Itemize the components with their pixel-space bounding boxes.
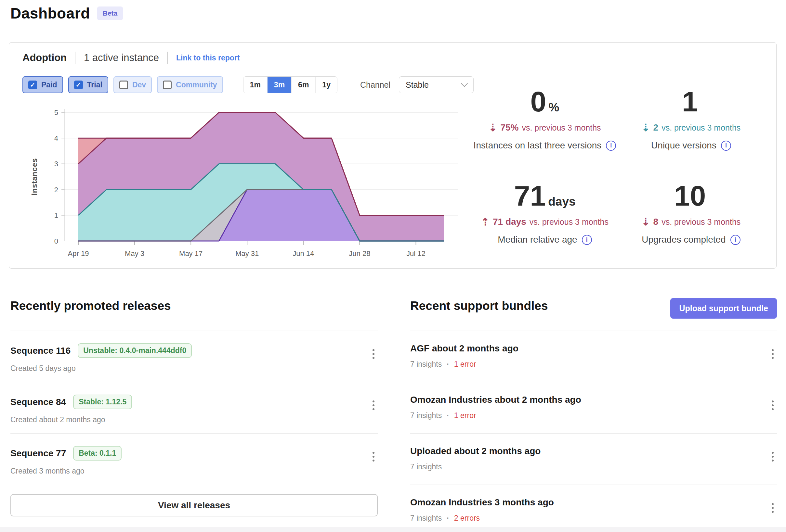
release-info: Sequence 77 Beta: 0.1.1 Created 3 months… bbox=[10, 446, 121, 476]
support-bundles-heading: Recent support bundles bbox=[410, 298, 548, 314]
svg-text:May 17: May 17 bbox=[179, 249, 203, 258]
release-version-badge: Unstable: 0.4.0-main.444ddf0 bbox=[78, 343, 192, 358]
release-info: Sequence 84 Stable: 1.12.5 Created about… bbox=[10, 395, 132, 424]
upload-support-bundle-button[interactable]: Upload support bundle bbox=[670, 298, 777, 319]
stat-label-row: Upgrades completed bbox=[618, 235, 764, 245]
beta-badge: Beta bbox=[97, 6, 123, 20]
release-title: Sequence 84 bbox=[10, 397, 66, 407]
time-range-label: 3m bbox=[274, 80, 285, 89]
stat-label: Instances on last three versions bbox=[473, 140, 602, 151]
release-row[interactable]: Sequence 84 Stable: 1.12.5 Created about… bbox=[10, 382, 378, 434]
kebab-menu-icon[interactable] bbox=[369, 398, 378, 413]
bundle-title-line: Uploaded about 2 months ago bbox=[410, 446, 540, 456]
checkbox-icon: ✓ bbox=[74, 80, 83, 89]
bundle-title: Omozan Industries about 2 months ago bbox=[410, 395, 581, 405]
page-header: Dashboard Beta bbox=[10, 4, 123, 22]
trend-delta: 2 bbox=[653, 122, 658, 133]
release-created-text: Created about 2 months ago bbox=[10, 415, 105, 424]
time-range-selector: 1m 3m 6m 1y bbox=[243, 76, 338, 93]
support-bundle-row[interactable]: Uploaded about 2 months ago 7 insights · bbox=[410, 434, 777, 485]
release-title-line: Sequence 116 Unstable: 0.4.0-main.444ddf… bbox=[10, 343, 192, 358]
svg-text:3: 3 bbox=[54, 160, 58, 168]
info-icon[interactable] bbox=[731, 235, 740, 245]
releases-section: Recently promoted releases Sequence 116 … bbox=[10, 298, 378, 516]
checkbox-icon bbox=[119, 80, 128, 89]
time-range-option[interactable]: 1m bbox=[244, 77, 268, 93]
bundle-error: 2 errors bbox=[454, 514, 480, 523]
license-filter-button[interactable]: ✓ Paid bbox=[22, 76, 63, 93]
stat-unit: days bbox=[548, 195, 575, 208]
release-created: Created about 2 months ago bbox=[10, 415, 132, 424]
meta-dot: · bbox=[447, 514, 449, 523]
adoption-stat: 0 % ⇣ 75% vs. previous 3 months Instance… bbox=[472, 87, 618, 151]
svg-text:2: 2 bbox=[54, 186, 58, 194]
license-filter-group: ✓ Paid ✓ Trial Dev Community bbox=[22, 76, 228, 93]
time-range-option[interactable]: 1y bbox=[316, 77, 337, 93]
meta-dot: · bbox=[447, 360, 449, 369]
support-bundles-section: Recent support bundles Upload support bu… bbox=[410, 298, 777, 532]
bundle-insights: 7 insights bbox=[410, 462, 442, 471]
trend-delta: 71 days bbox=[493, 217, 526, 227]
license-filter-label: Community bbox=[176, 80, 217, 89]
license-filter-button[interactable]: Community bbox=[157, 76, 223, 93]
release-title-line: Sequence 84 Stable: 1.12.5 bbox=[10, 395, 132, 409]
kebab-menu-icon[interactable] bbox=[768, 449, 777, 464]
active-instance-count: 1 active instance bbox=[84, 52, 159, 64]
release-row[interactable]: Sequence 116 Unstable: 0.4.0-main.444ddf… bbox=[10, 331, 378, 382]
viewport-bottom-strip bbox=[0, 527, 786, 532]
release-version-badge: Stable: 1.12.5 bbox=[73, 395, 132, 409]
release-created: Created 3 months ago bbox=[10, 467, 121, 476]
bundle-title: Uploaded about 2 months ago bbox=[410, 446, 540, 456]
kebab-menu-icon[interactable] bbox=[768, 398, 777, 413]
bundle-insights: 7 insights bbox=[410, 360, 442, 369]
kebab-menu-icon[interactable] bbox=[768, 346, 777, 362]
stat-trend: ⇣ 2 vs. previous 3 months bbox=[618, 121, 764, 133]
adoption-chart: 012345Apr 19May 3May 17May 31Jun 14Jun 2… bbox=[29, 99, 464, 263]
bundle-error: 1 error bbox=[454, 360, 476, 369]
time-range-label: 1y bbox=[322, 80, 330, 89]
release-created-text: Created 5 days ago bbox=[10, 364, 76, 373]
channel-select[interactable]: Stable bbox=[399, 76, 473, 93]
kebab-menu-icon[interactable] bbox=[369, 346, 378, 362]
releases-heading: Recently promoted releases bbox=[10, 298, 171, 314]
info-icon[interactable] bbox=[606, 141, 616, 151]
trend-suffix: vs. previous 3 months bbox=[530, 217, 608, 227]
kebab-menu-icon[interactable] bbox=[768, 501, 777, 515]
stat-value: 1 bbox=[682, 87, 698, 116]
view-all-releases-button[interactable]: View all releases bbox=[10, 494, 378, 516]
release-info: Sequence 116 Unstable: 0.4.0-main.444ddf… bbox=[10, 343, 192, 373]
stat-value: 71 bbox=[514, 182, 546, 210]
license-filter-button[interactable]: Dev bbox=[113, 76, 152, 93]
trend-arrow-icon: ⇣ bbox=[642, 216, 650, 228]
release-row[interactable]: Sequence 77 Beta: 0.1.1 Created 3 months… bbox=[10, 434, 378, 485]
support-bundle-row[interactable]: AGF about 2 months ago 7 insights · 1 er… bbox=[410, 331, 777, 382]
svg-text:May 31: May 31 bbox=[235, 249, 259, 258]
adoption-title: Adoption bbox=[22, 52, 67, 64]
stat-trend: ⇡ 71 days vs. previous 3 months bbox=[472, 215, 618, 227]
time-range-label: 6m bbox=[298, 80, 309, 89]
time-range-option[interactable]: 6m bbox=[292, 77, 316, 93]
trend-delta: 75% bbox=[500, 122, 518, 133]
kebab-menu-icon[interactable] bbox=[369, 449, 378, 464]
adoption-stat: 71 days ⇡ 71 days vs. previous 3 months … bbox=[472, 182, 618, 245]
release-version-badge: Beta: 0.1.1 bbox=[73, 446, 121, 461]
license-filter-button[interactable]: ✓ Trial bbox=[68, 76, 108, 93]
svg-text:May 3: May 3 bbox=[125, 249, 144, 258]
info-icon[interactable] bbox=[582, 235, 592, 245]
bundle-meta: 7 insights · 1 error bbox=[410, 411, 581, 420]
support-bundles-header: Recent support bundles Upload support bu… bbox=[410, 298, 777, 331]
support-bundle-row[interactable]: Omozan Industries about 2 months ago 7 i… bbox=[410, 382, 777, 434]
trend-delta: 8 bbox=[653, 217, 658, 227]
release-created-text: Created 3 months ago bbox=[10, 467, 85, 476]
stat-label-row: Unique versions bbox=[618, 140, 764, 151]
support-bundle-row[interactable]: Omozan Industries 3 months ago 7 insight… bbox=[410, 485, 777, 532]
adoption-card: Adoption 1 active instance Link to this … bbox=[9, 42, 777, 269]
stat-value-row: 71 days bbox=[472, 182, 618, 210]
link-to-report[interactable]: Link to this report bbox=[176, 54, 240, 62]
trend-arrow-icon: ⇡ bbox=[481, 216, 489, 228]
trend-suffix: vs. previous 3 months bbox=[662, 217, 740, 227]
stat-value-row: 1 bbox=[618, 87, 764, 116]
time-range-option[interactable]: 3m bbox=[268, 77, 292, 93]
stat-trend: ⇣ 75% vs. previous 3 months bbox=[472, 121, 618, 133]
info-icon[interactable] bbox=[721, 141, 731, 151]
